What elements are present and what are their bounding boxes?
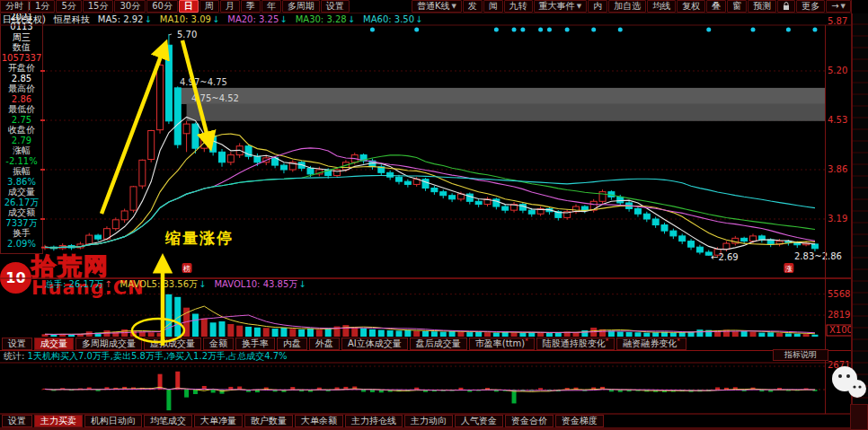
tab-week[interactable]: 周 <box>199 0 219 13</box>
kline-mode-label: 日线(复权) <box>3 13 46 25</box>
tab-quarter[interactable]: 季 <box>241 0 261 13</box>
vol-tab-1[interactable]: 成交量 <box>34 338 74 350</box>
event-dot[interactable] <box>538 28 543 32</box>
overlay-button[interactable]: 叠 <box>706 0 726 13</box>
event-dot[interactable] <box>370 28 375 32</box>
svg-text:涨: 涨 <box>785 265 793 273</box>
fa-button[interactable]: 发 <box>463 0 483 13</box>
vol-tab-11[interactable]: 陆股通持股变化* <box>536 338 616 350</box>
main-force-tab-3[interactable]: 均笔成交 <box>144 415 192 427</box>
kline-chart-canvas[interactable]: 榜涨4.97~4.754.75~4.525.70←2.692.83~2.865.… <box>0 0 868 430</box>
tab-settings[interactable]: 设置 <box>321 0 350 13</box>
main-force-tab-10[interactable]: 资金合价 <box>505 415 554 427</box>
main-force-tab-4[interactable]: 大单净量 <box>194 415 243 427</box>
major-events-button[interactable]: 重大事件▼ <box>534 0 587 13</box>
lock-icon <box>783 2 790 11</box>
main-force-tab-8[interactable]: 主力动向 <box>404 415 453 427</box>
more-button[interactable]: 更多 <box>796 0 825 13</box>
forecast-button[interactable]: 预测 <box>748 0 776 13</box>
add-watchlist-button[interactable]: 加自选 <box>608 0 646 13</box>
ma-value-0: MA5: 2.92↓ <box>98 13 152 25</box>
qr-code-block <box>850 404 868 430</box>
event-dot[interactable] <box>494 28 499 32</box>
svg-text:3.86: 3.86 <box>828 164 847 174</box>
lock-button[interactable] <box>777 0 795 13</box>
event-dot[interactable] <box>547 28 552 32</box>
vol-tab-8[interactable]: AI立体成交量 <box>341 338 408 350</box>
new-badge-star: * <box>525 338 528 344</box>
main-force-tab-2[interactable]: 机构日动向 <box>84 415 142 427</box>
event-dot[interactable] <box>618 28 623 32</box>
tab-5min[interactable]: 5分 <box>56 0 81 13</box>
jump-button[interactable]: →▼ <box>826 0 851 13</box>
ma-value-1: MA10: 3.09↓ <box>160 13 219 25</box>
institution-stats-row: 统计: 1天机构买入7.0万手,卖出5.8万手,净买入1.2万手,占总成交4.7… <box>4 351 288 362</box>
svg-text:2.83~2.86: 2.83~2.86 <box>794 251 842 261</box>
main-force-tab-5[interactable]: 散户数量 <box>244 415 293 427</box>
svg-text:榜: 榜 <box>182 265 190 273</box>
vol-tab-2[interactable]: 多周期成交量 <box>75 338 142 350</box>
period-toolbar: 分时1分5分15分30分60分日周月季年多周期设置 普通K线▼发闻九转重大事件▼… <box>0 0 851 13</box>
kline-style-select[interactable]: 普通K线▼ <box>412 0 462 13</box>
vol-header-item-1: MAVOL5: 33.56万↓ <box>120 279 207 290</box>
tab-fenshi[interactable]: 分时 <box>0 0 29 13</box>
vol-tab-9[interactable]: 盘后成交量 <box>410 338 467 350</box>
vol-header-item-0: 总手: 26.17万↑ <box>45 279 112 290</box>
svg-text:4.53: 4.53 <box>828 115 847 125</box>
event-dot[interactable] <box>786 28 791 32</box>
main-force-tab-0[interactable]: 设置 <box>2 415 32 427</box>
event-dot[interactable] <box>520 28 525 32</box>
tab-30min[interactable]: 30分 <box>114 0 146 13</box>
tab-1min[interactable]: 1分 <box>30 0 55 13</box>
main-force-tab-11[interactable]: 资金梯度 <box>555 415 604 427</box>
vol-tab-7[interactable]: 外盘 <box>309 338 340 350</box>
volume-indicator-tabs: 设置成交量多周期成交量虚拟成交量金额换手率内盘外盘AI立体成交量盘后成交量市盈率… <box>2 338 686 350</box>
svg-text:4.75~4.52: 4.75~4.52 <box>191 93 239 103</box>
event-dot[interactable] <box>812 28 817 32</box>
svg-text:4.97~4.75: 4.97~4.75 <box>180 77 227 87</box>
tab-15min[interactable]: 15分 <box>83 0 114 13</box>
svg-text:5.87: 5.87 <box>828 16 847 26</box>
indicator-help-button[interactable]: 指标说明 <box>773 349 828 361</box>
tab-60min[interactable]: 60分 <box>146 0 178 13</box>
event-dot[interactable] <box>565 28 570 32</box>
event-dot[interactable] <box>706 28 711 32</box>
event-dot[interactable] <box>751 28 756 32</box>
ma-indicator-row: 日线(复权) 恒星科技 MA5: 2.92↓MA10: 3.09↓MA20: 3… <box>3 13 422 25</box>
nei-button[interactable]: 内 <box>588 0 607 13</box>
vol-tab-5[interactable]: 换手率 <box>235 338 275 350</box>
new-badge-star: * <box>677 338 680 344</box>
period-buttons: 分时1分5分15分30分60分日周月季年多周期设置 <box>0 0 350 13</box>
tab-multi-period[interactable]: 多周期 <box>282 0 320 13</box>
ma-value-2: MA20: 3.25↓ <box>227 13 287 25</box>
tab-year[interactable]: 年 <box>261 0 281 13</box>
vol-tab-4[interactable]: 金额 <box>203 338 234 350</box>
event-dot[interactable] <box>512 28 517 32</box>
vol-tab-0[interactable]: 设置 <box>2 338 32 350</box>
new-badge-star: * <box>606 338 609 344</box>
svg-text:5.20: 5.20 <box>828 66 847 75</box>
tab-day[interactable]: 日 <box>179 0 199 13</box>
main-force-tab-9[interactable]: 人气资金 <box>455 415 503 427</box>
main-force-tab-7[interactable]: 主力持仓线 <box>345 415 403 427</box>
main-force-tab-1[interactable]: 主力买卖 <box>34 415 83 427</box>
vol-tab-12[interactable]: 融资融券变化* <box>616 338 686 350</box>
event-dot[interactable] <box>414 28 419 32</box>
annotation-text: 缩量涨停 <box>165 228 234 249</box>
chevron-down-icon: ▼ <box>577 1 581 12</box>
event-dot[interactable] <box>591 28 596 32</box>
vol-tab-3[interactable]: 虚拟成交量 <box>144 338 201 350</box>
svg-text:3.19: 3.19 <box>828 214 847 224</box>
wen-button[interactable]: 闻 <box>483 0 503 13</box>
ma-button[interactable]: 均线 <box>647 0 676 13</box>
vol-tab-6[interactable]: 内盘 <box>277 338 307 350</box>
main-force-tab-6[interactable]: 大单余额 <box>295 415 343 427</box>
window-button[interactable]: 窗 <box>727 0 747 13</box>
svg-text:X100: X100 <box>829 325 853 335</box>
fuquan-button[interactable]: 复权 <box>677 0 705 13</box>
jiuzhuan-button[interactable]: 九转 <box>504 0 533 13</box>
wechat-icon <box>828 364 868 403</box>
tab-month[interactable]: 月 <box>220 0 240 13</box>
stats-content: 1天机构买入7.0万手,卖出5.8万手,净买入1.2万手,占总成交4.7% <box>28 351 288 361</box>
vol-tab-10[interactable]: 市盈率(ttm)* <box>469 338 535 350</box>
